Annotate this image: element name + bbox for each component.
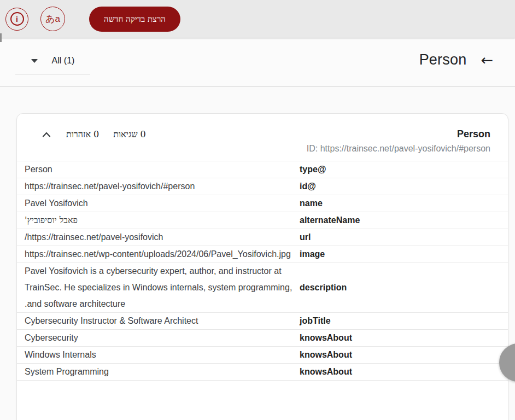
property-key: alternateName — [300, 212, 508, 229]
property-key: @type — [300, 161, 508, 178]
table-row: alternateName פאבל יוסיפוביץ' — [17, 212, 508, 229]
errors-count: 0 שגיאות — [113, 129, 146, 139]
property-value: Pavel Yosifovich is a cybersecurity expe… — [17, 263, 300, 312]
properties-table: @type Person @id https://trainsec.net/pa… — [17, 161, 508, 387]
table-row: jobTitle Cybersecurity Instructor & Soft… — [17, 313, 508, 330]
info-button[interactable]: i — [5, 8, 28, 31]
table-row: url https://trainsec.net/pavel-yosifovic… — [17, 229, 508, 246]
property-key: jobTitle — [300, 313, 508, 329]
language-icon: あa — [45, 13, 60, 25]
collapse-button[interactable] — [41, 131, 52, 138]
table-row: description Pavel Yosifovich is a cybers… — [17, 263, 508, 313]
property-value: Pavel Yosifovich — [17, 195, 300, 212]
filter-label: All (1) — [52, 56, 75, 66]
page-heading: Person ← — [419, 51, 493, 68]
property-value: https://trainsec.net/pavel-yosifovich/ — [17, 229, 300, 246]
property-value: https://trainsec.net/pavel-yosifovich/#p… — [17, 178, 300, 195]
card-header: Person 0 שגיאות 0 אזהרות — [17, 114, 508, 140]
result-card: Person 0 שגיאות 0 אזהרות ID: https://tra… — [16, 113, 508, 420]
entity-id: ID: https://trainsec.net/pavel-yosifovic… — [17, 140, 508, 161]
chevron-down-icon — [31, 59, 38, 63]
property-value: System Programming — [17, 364, 300, 380]
property-value: Windows Internals — [17, 347, 300, 363]
property-key: @id — [300, 178, 508, 195]
table-row: @id https://trainsec.net/pavel-yosifovic… — [17, 178, 508, 195]
table-row-partial — [17, 381, 508, 387]
property-key: image — [300, 246, 508, 262]
property-key: name — [300, 195, 508, 212]
entity-title: Person — [457, 129, 490, 140]
warnings-count: 0 אזהרות — [66, 129, 99, 139]
property-value: פאבל יוסיפוביץ' — [17, 212, 300, 229]
property-key: description — [300, 279, 508, 296]
property-value: Cybersecurity Instructor & Software Arch… — [17, 313, 300, 329]
table-row: image https://trainsec.net/wp-content/up… — [17, 246, 508, 263]
language-button[interactable]: あa — [40, 7, 65, 31]
property-value: Cybersecurity — [17, 330, 300, 346]
property-key: knowsAbout — [300, 330, 508, 346]
property-key: knowsAbout — [300, 347, 508, 363]
table-row: knowsAbout Windows Internals — [17, 347, 508, 364]
table-row: @type Person — [17, 161, 508, 178]
info-icon: i — [10, 12, 24, 26]
topbar: i あa הרצת בדיקה חדשה — [0, 0, 515, 38]
validation-stats: 0 שגיאות 0 אזהרות — [41, 129, 146, 139]
property-key: url — [300, 229, 508, 246]
property-value: https://trainsec.net/wp-content/uploads/… — [17, 246, 300, 262]
property-key: knowsAbout — [300, 364, 508, 380]
page-title: Person — [419, 51, 467, 68]
results-subheader: All (1) Person ← — [0, 38, 515, 87]
back-button[interactable]: ← — [481, 52, 493, 67]
run-new-test-button[interactable]: הרצת בדיקה חדשה — [89, 7, 180, 32]
chevron-up-icon — [42, 132, 51, 137]
table-row: knowsAbout System Programming — [17, 364, 508, 381]
scrollbar-thumb[interactable] — [0, 33, 2, 42]
table-row: knowsAbout Cybersecurity — [17, 330, 508, 347]
table-row: name Pavel Yosifovich — [17, 195, 508, 212]
results-filter-dropdown[interactable]: All (1) — [15, 56, 90, 74]
property-value: Person — [17, 161, 300, 178]
